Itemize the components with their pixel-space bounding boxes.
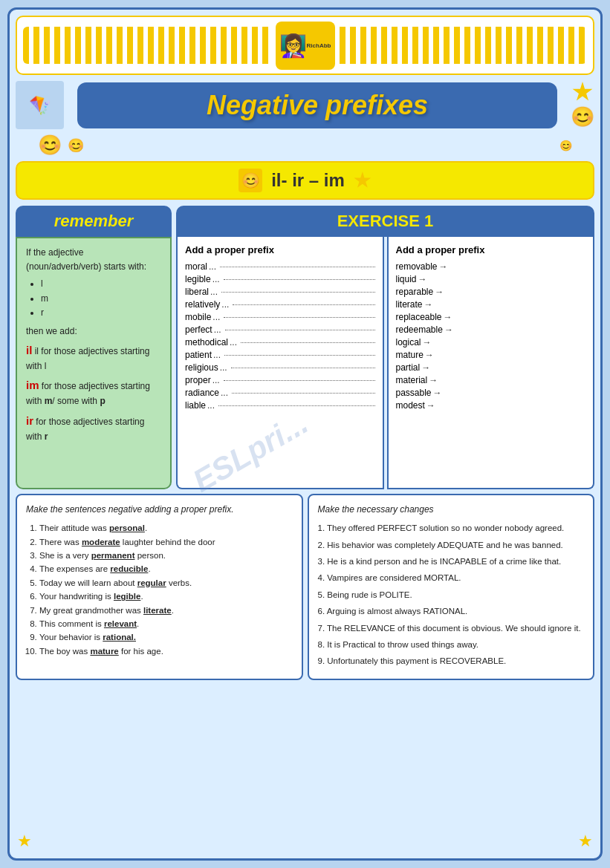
smiley-left-2: 😊 <box>68 137 84 154</box>
list-item: There was moderate laughter behind the d… <box>39 535 293 549</box>
word-rational: rational. <box>103 633 136 642</box>
prefix-il: il <box>26 344 32 356</box>
header-logo: 👩‍🏫 RichAbb <box>276 22 335 70</box>
smiley-right-small: 😊 <box>559 140 572 151</box>
bullet-m: m <box>41 292 161 306</box>
word-liberal: liberal... <box>185 287 375 297</box>
title-row: 🪁 Negative prefixes 😊 <box>16 81 594 129</box>
bottom-col2-title: Make the necessary changes <box>318 503 585 517</box>
word-radiance: radiance... <box>185 388 375 398</box>
bottom-col1-title: Make the sentences negative adding a pro… <box>26 503 293 517</box>
remember-section: remember <box>16 206 172 237</box>
word-liquid: liquid→ <box>396 274 586 284</box>
word-legible2: legible <box>114 592 140 601</box>
header-stripes-left <box>23 27 271 64</box>
word-material: material→ <box>396 375 586 385</box>
subtitle-bar: 😊 il- ir – im <box>16 161 594 200</box>
ir-rule: ir for those adjectives starting with r <box>26 412 161 444</box>
word-religious: religious... <box>185 362 375 373</box>
bottom-col-1: Make the sentences negative adding a pro… <box>16 494 303 680</box>
word-mature: mature→ <box>396 350 586 360</box>
remember-intro: If the adjective (noun/adverb/verb) star… <box>26 246 161 274</box>
sentence-3: 3. He is a kind person and he is INCAPAB… <box>318 555 585 568</box>
word-reparable: reparable→ <box>396 287 586 297</box>
list-item: The boy was mature for his age. <box>39 645 293 658</box>
remember-title: remember <box>54 212 133 230</box>
logo-text: RichAbb <box>307 42 331 49</box>
sentence-5: 5. Being rude is POLITE. <box>318 588 585 601</box>
exercise-col-1: Add a proper prefix moral... legible... … <box>176 237 384 489</box>
sentence-4: 4. Vampires are considered MORTAL. <box>318 571 585 584</box>
sentence-8: 8. It is Practical to throw used things … <box>318 638 585 651</box>
prefix-ir: ir <box>26 414 33 427</box>
word-redeemable: redeemable→ <box>396 324 586 335</box>
star-bottom-left: ★ <box>17 832 32 851</box>
bottom-col-2: Make the necessary changes 1. They offer… <box>308 494 595 680</box>
subtitle-smiley: 😊 <box>239 169 262 192</box>
sentence-1: 1. They offered PERFECT solution so no w… <box>318 521 585 535</box>
list-item: Your handwriting is legible. <box>39 590 293 603</box>
word-literate: literate→ <box>396 299 586 310</box>
exercise-title: EXERCISE 1 <box>337 212 434 230</box>
word-mobile: mobile... <box>185 312 375 322</box>
remember-bullets: l m r <box>41 277 161 320</box>
title-box: Negative prefixes <box>77 82 557 128</box>
sentence-6: 6. Arguing is almost always RATIONAL. <box>318 604 585 618</box>
word-regular: regular <box>137 578 166 587</box>
exercise-col-2: Add a proper prefix removable→ liquid→ r… <box>387 237 595 489</box>
col1-title: Add a proper prefix <box>185 244 375 255</box>
bottom-section: Make the sentences negative adding a pro… <box>16 494 594 680</box>
word-relevant: relevant <box>104 619 137 628</box>
star-bottom-right: ★ <box>578 832 593 851</box>
word-moral: moral... <box>185 261 375 272</box>
word-passable: passable→ <box>396 388 586 398</box>
list-item: Their attitude was personal. <box>39 521 293 535</box>
page-title: Negative prefixes <box>207 90 428 121</box>
title-star <box>572 82 593 102</box>
word-relatively: relatively... <box>185 299 375 310</box>
im-rule: im for those adjectives starting with m/… <box>26 376 161 408</box>
smiley-left-1: 😊 <box>38 134 62 157</box>
word-perfect: perfect... <box>185 324 375 335</box>
subtitle-text: il- ir – im <box>271 170 345 191</box>
word-legible: legible... <box>185 274 375 284</box>
word-replaceable: replaceable→ <box>396 312 586 322</box>
word-removable: removable→ <box>396 261 586 272</box>
word-logical: logical→ <box>396 337 586 347</box>
word-mature2: mature <box>90 647 118 656</box>
remember-body: If the adjective (noun/adverb/verb) star… <box>16 237 172 489</box>
word-modest: modest→ <box>396 400 586 411</box>
word-permanent: permanent <box>91 551 135 560</box>
remember-header: remember <box>16 206 172 237</box>
word-personal: personal <box>109 523 145 532</box>
word-reducible: reducible <box>110 564 148 573</box>
list-item: Today we will learn about regular verbs. <box>39 576 293 590</box>
list-item: She is a very permanent person. <box>39 549 293 562</box>
list-item: Your behavior is rational. <box>39 630 293 644</box>
word-methodical: methodical... <box>185 337 375 347</box>
il-rule: il il for those adjectives starting with… <box>26 342 161 373</box>
remember-then: then we add: <box>26 324 161 339</box>
prefix-im: im <box>26 379 39 391</box>
word-moderate: moderate <box>82 538 120 546</box>
word-partial: partial→ <box>396 362 586 373</box>
sentence-9: 9. Unfortunately this payment is RECOVER… <box>318 654 585 668</box>
exercise-header: EXERCISE 1 <box>176 206 594 237</box>
sentence-7: 7. The RELEVANCE of this document is obv… <box>318 621 585 635</box>
exercise-columns: Add a proper prefix moral... legible... … <box>176 237 594 489</box>
list-item: This comment is relevant. <box>39 617 293 630</box>
word-patient: patient... <box>185 350 375 360</box>
main-content: If the adjective (noun/adverb/verb) star… <box>16 237 594 489</box>
word-literate2: literate <box>143 606 172 615</box>
bottom-col1-list: Their attitude was personal. There was m… <box>39 521 293 658</box>
bullet-r: r <box>41 306 161 320</box>
list-item: My great grandmother was literate. <box>39 604 293 617</box>
word-liable: liable... <box>185 400 375 411</box>
header-stripes-right <box>340 27 588 64</box>
smiley-right: 😊 <box>571 105 594 128</box>
subtitle-star <box>354 172 371 189</box>
kite-image: 🪁 <box>16 81 64 129</box>
word-proper: proper... <box>185 375 375 385</box>
sentence-2: 2. His behavior was completely ADEQUATE … <box>318 538 585 552</box>
bullet-l: l <box>41 277 161 291</box>
